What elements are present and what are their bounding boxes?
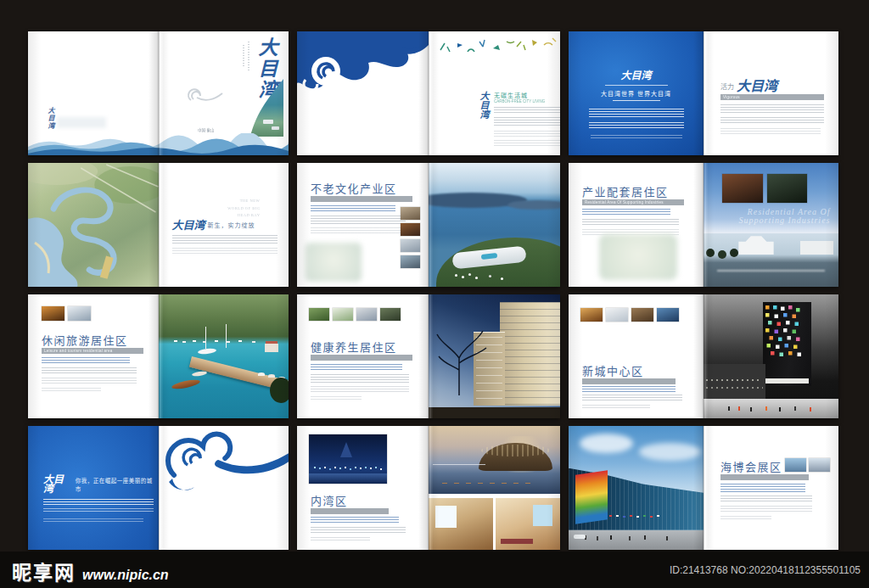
sea-glints [442,483,535,484]
shore-umbrellas [258,372,265,376]
thumbnail-photo [356,308,377,321]
section-bar-text: Vigorous [723,96,740,99]
spread-dream-city: 大目湾 你我，正在崛起一座美丽的城市 [28,426,289,550]
dinghy [192,370,208,376]
podium-building [704,364,765,399]
tower-render-photo [704,294,838,418]
section-heading-cn: 无碳生活城 [494,91,560,99]
bare-tree-branches [434,319,493,395]
spread-cover: 大目湾 大目湾 中国·象山 [28,31,289,155]
thumbnail-photo [809,458,830,472]
tower-block [763,302,811,386]
pedestrian-figures [728,406,730,411]
city-lights [314,467,316,468]
section-heading: 产业配套居住区 [582,183,669,199]
rainbow-glass-panel [575,471,608,525]
paragraph-placeholder [494,117,560,127]
section-heading: 健康养生居住区 [311,339,397,355]
thumbnail-photo [580,308,603,322]
paragraph-placeholder [43,518,143,523]
section-bar: Residential Area Of Supporting Industrie… [582,199,684,205]
paragraph-placeholder [720,104,824,115]
lead-text-placeholder [720,484,805,492]
moored-boats-row [174,340,177,342]
thumbnail-photo [606,308,628,322]
white-car [574,535,586,539]
paragraph-placeholder [42,367,137,375]
thumbnail-photo [68,306,91,321]
section-heading: 海博会展区 [720,458,782,474]
scattered-icons-graphic [429,33,560,64]
paragraph-placeholder [494,140,560,147]
health-text-page: 健康养生居住区 [297,294,429,418]
paragraph-placeholder [172,235,278,244]
section-bar: Vigorous [720,94,824,100]
palm-tree [270,378,289,403]
paragraph-placeholder [311,374,409,383]
paragraph-placeholder [582,405,650,409]
vertical-tagline-placeholder [248,42,249,70]
map-water-graphic [28,163,159,287]
sail-mast [205,327,206,349]
island-silhouette [507,200,560,210]
thumbnail-photo [401,223,420,236]
damuwan-logo: 大目湾 [737,81,777,92]
ground-shadow [429,407,560,418]
spread-vigorous: 大目湾 大目湾世界 世界大目湾 活力 大目湾 Vigorous [569,31,838,155]
paragraph-placeholder [494,131,560,137]
section-bar [311,508,389,514]
lead-text-placeholder [582,209,670,216]
night-skyline-photo [309,434,387,484]
cover-location: 中国·象山 [198,127,215,133]
thumbnail-photo [657,308,679,322]
spread-culture-district: 不老文化产业区 [297,163,560,287]
section-bar [311,355,412,361]
blurred-map [306,243,362,282]
watermark-bar: 昵享网 www.nipic.cn ID:21413768 NO:20220418… [0,552,869,588]
paragraph-placeholder [582,395,682,402]
cloud-blob [639,443,701,460]
paragraph-placeholder [720,496,812,503]
slogan-line: 大目湾世界 世界大目湾 [601,89,671,98]
water-reflection [717,270,825,272]
culture-text-page: 不老文化产业区 [297,163,429,287]
paragraph-placeholder [311,386,409,393]
paragraph-placeholder [720,128,821,134]
blue-cloud-outline-graphic [159,426,289,507]
section-heading: 休闲旅游居住区 [42,332,128,348]
thumbnail-photo [401,207,420,220]
tower-lit-base [765,378,809,384]
paragraph-placeholder [311,227,406,235]
section-heading: 新城中心区 [582,362,644,378]
sail-mast [226,324,227,348]
sail-shaped-photo [246,79,285,138]
spread-expo-district: 海博会展区 [569,426,838,550]
paragraph-placeholder [311,537,370,541]
ghost-title-line: HEAD BAY [238,213,261,216]
paragraph-placeholder [582,219,679,227]
industry-text-page: 产业配套居住区 Residential Area Of Supporting I… [569,163,704,287]
paragraph-placeholder [589,122,684,130]
spread-carbon-free: 大目湾 无碳生活城 CARBON-FREE CITY LIVING [297,31,560,155]
paragraph-placeholder [589,109,684,119]
masterplan-map [28,163,159,287]
building-floor-lines [500,302,560,406]
spread-masterplan: THE NEW WORLD OF BIG HEAD BAY 大目湾 新生，实力绽… [28,163,289,287]
section-bar: Leisure and tourism residential area [42,348,143,354]
sea-view-window [533,505,552,526]
brochure-portfolio-sheet: 大目湾 大目湾 中国·象山 [0,0,869,588]
paragraph-placeholder [43,499,154,506]
leisure-text-page: 休闲旅游居住区 Leisure and tourism residential … [28,294,159,418]
thumbnail-photo [722,174,763,203]
thumbnail-photo [401,239,420,252]
site-name: 昵享网 [12,557,76,585]
thumbnail-photo [767,174,808,203]
auspicious-cloud-graphic [297,31,429,155]
wave-bands-graphic [28,133,289,155]
paragraph-placeholder [43,508,154,513]
side-building [800,241,833,255]
section-bar [311,196,412,202]
section-bar [582,378,676,384]
paragraph-placeholder [591,135,682,140]
paragraph-placeholder [311,396,362,400]
